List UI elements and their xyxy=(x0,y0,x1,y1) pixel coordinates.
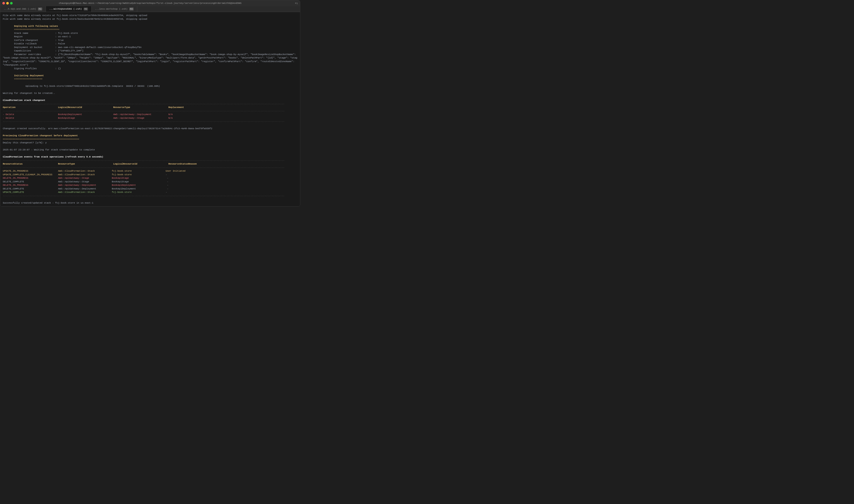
line-confirm-changeset: Confirm changeset : True xyxy=(3,39,297,42)
line-blank-7 xyxy=(3,130,297,134)
line-blank-3 xyxy=(3,81,297,85)
line-cf-divider-2: ----------------------------------------… xyxy=(3,109,297,113)
tab-less-workshop[interactable]: ...less-Workshop (-zsh) ⌘3 xyxy=(91,6,137,12)
line-waiting-stack: 2025-01-07 23:29:07 - Waiting for stack … xyxy=(3,148,297,152)
line-blank-4 xyxy=(3,88,297,92)
line-capabilities: Capabilities : ["CAPABILITY_IAM"] xyxy=(3,49,297,53)
window-title: chaunguyen@Chaus-Mac-mini:~/Desktop/Lear… xyxy=(59,2,242,4)
line-event-6: DELETE_COMPLETE AWS::ApiGateway::Deploym… xyxy=(3,187,297,191)
line-event-4: DELETE_COMPLETE AWS::ApiGateway::Stage B… xyxy=(3,180,297,184)
line-blank-1 xyxy=(3,21,297,24)
terminal-window: chaunguyen@Chaus-Mac-mini:~/Desktop/Lear… xyxy=(0,0,300,206)
line-previewing-sep: ========================================… xyxy=(3,138,297,141)
line-uploading: Uploading to fcj-book-store/1589ef706b18… xyxy=(3,85,297,88)
line-cf-stack-changeset: CloudFormation stack changeset xyxy=(3,98,297,102)
line-cf-row-1: - Delete BookApiDeployment AWS::ApiGatew… xyxy=(3,113,297,116)
line-blank-8 xyxy=(3,145,297,148)
tab-sqs-sns[interactable]: ...h-SQS-and-SNS (-zsh) ⌘1 xyxy=(0,6,46,12)
line-skip-upload-2: File with same data already exists at fc… xyxy=(3,17,297,21)
close-button[interactable] xyxy=(2,2,5,4)
line-waiting-changeset: Waiting for changeset to be created.. xyxy=(3,91,297,95)
line-blank-2 xyxy=(3,70,297,74)
title-bar: chaunguyen@Chaus-Mac-mini:~/Desktop/Lear… xyxy=(0,0,300,6)
line-cf-events-header: CloudFormation events from stack operati… xyxy=(3,155,297,159)
minimize-button[interactable] xyxy=(6,2,9,4)
line-changeset-created: Changeset created successfully. arn:aws:… xyxy=(3,127,297,130)
line-success: Successfully created/updated stack - fcj… xyxy=(3,201,297,205)
line-skip-upload-1: File with same data already exists at fc… xyxy=(3,14,297,17)
line-deploying-header: Deploying with following values xyxy=(3,24,297,28)
line-blank-6 xyxy=(3,123,297,127)
line-signing-profiles: Signing Profiles : {} xyxy=(3,67,297,71)
line-events-divider-1: ----------------------------------------… xyxy=(3,159,297,162)
line-event-5: DELETE_IN_PROGRESS AWS::ApiGateway::Depl… xyxy=(3,183,297,187)
terminal-output: File with same data already exists at fc… xyxy=(0,12,300,206)
line-deploy-prompt: Deploy this changeset? [y/N]: y xyxy=(3,141,297,145)
tab-bar: ...h-SQS-and-SNS (-zsh) ⌘1 ...WithSQSAnd… xyxy=(0,6,300,12)
line-initiating: Initiating deployment xyxy=(3,74,297,77)
line-blank-10 xyxy=(3,198,297,201)
line-deploying-sep: ================================ xyxy=(3,28,297,32)
line-previewing: Previewing CloudFormation changeset befo… xyxy=(3,134,297,138)
line-cf-row-2: - Delete BookApiStage AWS::ApiGateway::S… xyxy=(3,116,297,120)
line-events-divider-3: ----------------------------------------… xyxy=(3,194,297,198)
line-cf-table-header: Operation LogicalResourceId ResourceType… xyxy=(3,106,297,109)
window-shortcut: ⌘1 xyxy=(295,2,298,5)
line-stack-name: Stack name : fcj-book-store xyxy=(3,32,297,35)
line-region: Region : us-east-1 xyxy=(3,35,297,39)
line-event-1: UPDATE_IN_PROGRESS AWS::CloudFormation::… xyxy=(3,169,297,173)
line-event-3: DELETE_IN_PROGRESS AWS::ApiGateway::Stag… xyxy=(3,176,297,180)
line-events-divider-2: ----------------------------------------… xyxy=(3,166,297,169)
traffic-lights xyxy=(2,2,13,4)
line-param-overrides: Parameter overrides : {"fcjBookShopBucke… xyxy=(3,53,297,67)
maximize-button[interactable] xyxy=(10,2,13,4)
line-cf-divider-3: ----------------------------------------… xyxy=(3,120,297,123)
line-cf-divider-1: ----------------------------------------… xyxy=(3,102,297,106)
line-disable-rollback: Disable rollback : False xyxy=(3,42,297,46)
line-initiating-sep: ==================== xyxy=(3,77,297,81)
tab-with-sqs-sns[interactable]: ...WithSQSAndSNS (-zsh) ⌘2 xyxy=(46,6,91,12)
line-event-2: UPDATE_COMPLETE_CLEANUP_IN_PROGRESS AWS:… xyxy=(3,173,297,177)
line-blank-5 xyxy=(3,95,297,99)
line-event-7: UPDATE_COMPLETE AWS::CloudFormation::Sta… xyxy=(3,191,297,194)
line-blank-9 xyxy=(3,152,297,155)
line-events-table-header: ResourceStatus ResourceType LogicalResou… xyxy=(3,162,297,166)
line-s3-bucket: Deployment s3 bucket : aws-sam-cli-manag… xyxy=(3,46,297,49)
